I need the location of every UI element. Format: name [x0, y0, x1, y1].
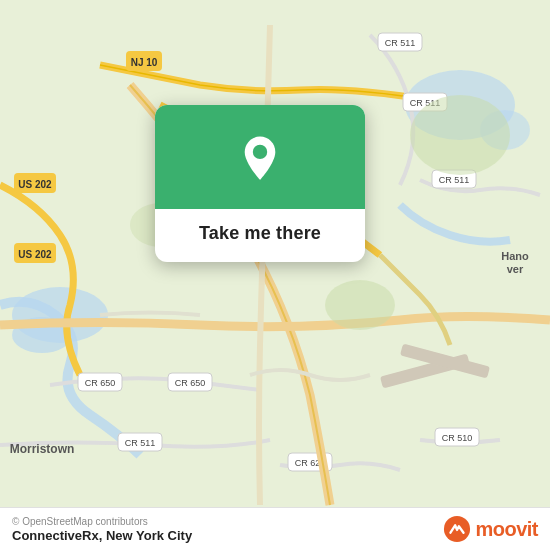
svg-text:CR 510: CR 510	[442, 433, 473, 443]
card-header	[155, 105, 365, 209]
svg-text:ver: ver	[507, 263, 524, 275]
map-background: NJ 10 US 202 US 202 CR 511 CR 511 CR 511…	[0, 0, 550, 550]
svg-text:CR 511: CR 511	[439, 175, 470, 185]
app-name-text: ConnectiveRx, New York City	[12, 528, 192, 543]
svg-text:Hano: Hano	[501, 250, 529, 262]
svg-text:CR 511: CR 511	[125, 438, 156, 448]
svg-text:NJ 10: NJ 10	[131, 57, 158, 68]
svg-text:CR 650: CR 650	[175, 378, 206, 388]
moovit-logo-icon	[443, 515, 471, 543]
svg-point-38	[253, 145, 267, 159]
map-container: NJ 10 US 202 US 202 CR 511 CR 511 CR 511…	[0, 0, 550, 550]
svg-text:CR 650: CR 650	[85, 378, 116, 388]
location-card: Take me there	[155, 105, 365, 262]
svg-text:Morristown: Morristown	[10, 442, 75, 456]
svg-point-35	[410, 95, 510, 175]
location-pin-icon	[233, 133, 287, 187]
moovit-logo: moovit	[443, 515, 538, 543]
moovit-text: moovit	[475, 518, 538, 541]
svg-point-36	[325, 280, 395, 330]
svg-text:US 202: US 202	[18, 179, 52, 190]
take-me-there-button[interactable]: Take me there	[199, 209, 321, 262]
svg-text:CR 511: CR 511	[385, 38, 416, 48]
svg-text:US 202: US 202	[18, 249, 52, 260]
bottom-bar: © OpenStreetMap contributors ConnectiveR…	[0, 507, 550, 550]
attribution-text: © OpenStreetMap contributors	[12, 516, 192, 527]
bottom-info: © OpenStreetMap contributors ConnectiveR…	[12, 516, 192, 543]
